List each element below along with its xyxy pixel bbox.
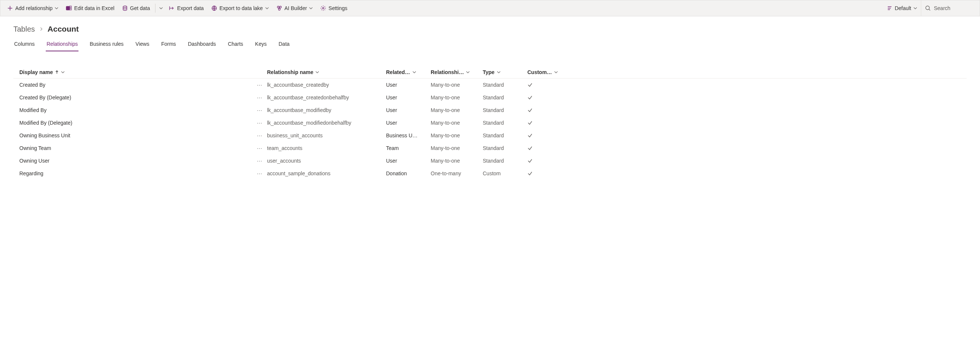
settings-label: Settings <box>328 5 347 11</box>
tab-charts[interactable]: Charts <box>227 39 244 51</box>
cell-relationship-name: lk_accountbase_modifiedonbehalfby <box>267 120 386 126</box>
column-header-label: Relationship name <box>267 69 313 75</box>
cell-relationship-name: business_unit_accounts <box>267 133 386 138</box>
cell-relationship-name: lk_accountbase_modifiedby <box>267 107 386 113</box>
cell-customizable <box>527 120 565 125</box>
cell-type: Standard <box>483 120 527 126</box>
more-actions-icon[interactable]: ··· <box>257 94 262 101</box>
cell-relationship-name: user_accounts <box>267 158 386 164</box>
ai-builder-button[interactable]: AI Builder <box>273 0 317 16</box>
cell-relationship-type: Many-to-one <box>431 94 483 101</box>
divider <box>155 4 156 13</box>
export-data-button[interactable]: Export data <box>165 0 208 16</box>
svg-rect-5 <box>70 9 72 10</box>
svg-point-17 <box>323 8 324 9</box>
ai-builder-label: AI Builder <box>285 5 307 11</box>
table-row[interactable]: Regarding ··· account_sample_donations D… <box>13 167 967 180</box>
svg-point-21 <box>926 6 929 10</box>
cell-customizable <box>527 133 565 138</box>
get-data-label: Get data <box>130 5 150 11</box>
edit-data-excel-button[interactable]: x Edit data in Excel <box>62 0 118 16</box>
get-data-dropdown[interactable] <box>157 0 165 16</box>
edit-data-excel-label: Edit data in Excel <box>74 5 114 11</box>
cell-relationship-type: Many-to-one <box>431 145 483 151</box>
tab-columns[interactable]: Columns <box>13 39 35 51</box>
cell-customizable <box>527 107 565 113</box>
table-row[interactable]: Owning Team ··· team_accounts Team Many-… <box>13 142 967 155</box>
ai-builder-icon <box>276 5 282 11</box>
more-actions-icon[interactable]: ··· <box>257 145 262 151</box>
cell-relationship-type: Many-to-one <box>431 120 483 126</box>
settings-button[interactable]: Settings <box>317 0 351 16</box>
cell-customizable <box>527 158 565 163</box>
column-header-customizable[interactable]: Custom… <box>527 69 565 75</box>
tab-relationships[interactable]: Relationships <box>46 39 78 51</box>
table-row[interactable]: Owning Business Unit ··· business_unit_a… <box>13 129 967 142</box>
breadcrumb: Tables Account <box>13 22 967 39</box>
cell-relationship-name: lk_accountbase_createdby <box>267 82 386 88</box>
chevron-down-icon <box>497 69 501 75</box>
tab-views[interactable]: Views <box>135 39 150 51</box>
svg-line-16 <box>280 8 280 8</box>
checkmark-icon <box>527 120 533 125</box>
tab-keys[interactable]: Keys <box>255 39 267 51</box>
breadcrumb-parent[interactable]: Tables <box>13 25 35 34</box>
svg-rect-3 <box>70 6 72 7</box>
chevron-down-icon <box>466 69 470 75</box>
sort-ascending-icon <box>55 69 59 75</box>
cell-display-name: Modified By (Delegate) <box>14 120 252 126</box>
svg-line-15 <box>278 8 279 8</box>
chevron-down-icon <box>315 69 319 75</box>
column-header-relationship-name[interactable]: Relationship name <box>267 69 386 75</box>
more-actions-icon[interactable]: ··· <box>257 171 262 176</box>
more-actions-icon[interactable]: ··· <box>257 120 262 126</box>
column-header-related[interactable]: Related… <box>386 69 431 75</box>
chevron-down-icon <box>309 6 313 10</box>
more-actions-icon[interactable]: ··· <box>257 107 262 113</box>
tab-dashboards[interactable]: Dashboards <box>187 39 217 51</box>
cell-related: Team <box>386 145 431 151</box>
data-lake-icon <box>211 5 217 11</box>
cell-type: Standard <box>483 158 527 164</box>
view-selector-button[interactable]: Default <box>883 0 921 16</box>
cell-customizable <box>527 82 565 88</box>
tab-business-rules[interactable]: Business rules <box>89 39 124 51</box>
tab-forms[interactable]: Forms <box>160 39 177 51</box>
more-actions-icon[interactable]: ··· <box>257 133 262 138</box>
more-actions-icon[interactable]: ··· <box>257 158 262 164</box>
cell-type: Standard <box>483 82 527 88</box>
search-box[interactable]: Search <box>921 0 977 16</box>
cell-relationship-name: team_accounts <box>267 145 386 151</box>
more-actions-icon[interactable]: ··· <box>257 82 262 88</box>
add-relationship-button[interactable]: Add relationship <box>3 0 62 16</box>
cell-related: User <box>386 107 431 113</box>
get-data-button[interactable]: Get data <box>118 0 154 16</box>
column-header-type[interactable]: Type <box>483 69 527 75</box>
grid-body: Created By ··· lk_accountbase_createdby … <box>13 78 967 180</box>
cell-display-name: Created By <box>14 82 252 88</box>
table-row[interactable]: Created By (Delegate) ··· lk_accountbase… <box>13 91 967 104</box>
svg-point-12 <box>279 6 281 8</box>
table-row[interactable]: Owning User ··· user_accounts User Many-… <box>13 155 967 167</box>
tab-data[interactable]: Data <box>278 39 291 51</box>
column-header-display-name[interactable]: Display name <box>14 69 252 75</box>
export-data-label: Export data <box>177 5 204 11</box>
cell-related: Business U… <box>386 133 431 138</box>
chevron-right-icon <box>39 25 44 34</box>
cell-customizable <box>527 171 565 176</box>
grid-header: Display name Relationship name Related… <box>13 66 967 78</box>
table-row[interactable]: Modified By (Delegate) ··· lk_accountbas… <box>13 117 967 129</box>
chevron-down-icon <box>554 69 558 75</box>
column-header-label: Related… <box>386 69 410 75</box>
column-header-relationship-type[interactable]: Relationshi… <box>431 69 483 75</box>
cell-relationship-type: Many-to-one <box>431 158 483 164</box>
checkmark-icon <box>527 171 533 176</box>
cell-type: Standard <box>483 133 527 138</box>
breadcrumb-current: Account <box>48 24 79 34</box>
table-row[interactable]: Created By ··· lk_accountbase_createdby … <box>13 78 967 91</box>
table-row[interactable]: Modified By ··· lk_accountbase_modifiedb… <box>13 104 967 117</box>
export-data-lake-button[interactable]: Export to data lake <box>208 0 273 16</box>
cell-customizable <box>527 95 565 100</box>
cell-relationship-name: account_sample_donations <box>267 171 386 176</box>
checkmark-icon <box>527 82 533 88</box>
